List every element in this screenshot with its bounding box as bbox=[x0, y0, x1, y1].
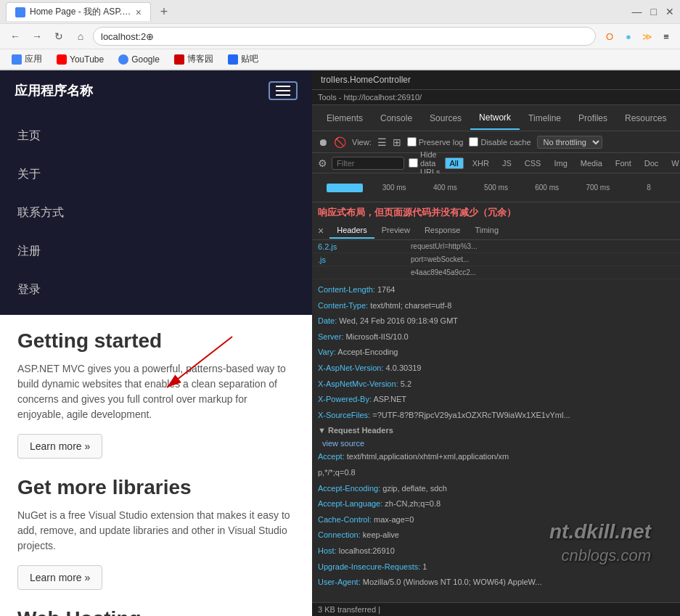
forward-button[interactable]: → bbox=[28, 27, 46, 46]
page-content: Getting started ASP.NET MVC gives you a … bbox=[0, 315, 312, 616]
disable-cache-label: Disable cache bbox=[469, 137, 531, 147]
tab-sources[interactable]: Sources bbox=[421, 107, 470, 129]
youtube-icon bbox=[57, 54, 67, 65]
response-headers-section: Content-Length: 1764 Content-Type: text/… bbox=[318, 282, 674, 423]
record-icon[interactable]: ⏺ bbox=[318, 136, 328, 148]
filter-media[interactable]: Media bbox=[576, 157, 607, 169]
main-area: 应用程序名称 主页 关于 联系方式 注册 登录 bbox=[0, 70, 680, 616]
source-files-row: X-SourceFiles: =?UTF-8?B?RjpcV29ya1xOZXR… bbox=[318, 408, 674, 424]
bookmark-youtube[interactable]: YouTube bbox=[51, 52, 110, 67]
tab-audits[interactable]: Audits bbox=[675, 107, 680, 129]
vary-row: Vary: Accept-Encoding bbox=[318, 345, 674, 361]
tab-timeline[interactable]: Timeline bbox=[520, 107, 570, 129]
tab-elements[interactable]: Elements bbox=[318, 107, 372, 129]
view-source-link[interactable]: view source bbox=[322, 439, 364, 448]
request-url-1: requestUrl=http%3... bbox=[411, 242, 477, 250]
preserve-log-checkbox[interactable] bbox=[407, 137, 417, 147]
filter-doc[interactable]: Doc bbox=[640, 157, 663, 169]
accept-language-row: Accept-Language: zh-CN,zh;q=0.8 bbox=[318, 496, 674, 512]
hamburger-button[interactable] bbox=[269, 81, 298, 100]
nav-item-register[interactable]: 注册 bbox=[0, 232, 312, 271]
filter-font[interactable]: Font bbox=[611, 157, 636, 169]
tab-favicon bbox=[15, 7, 25, 17]
hamburger-line1 bbox=[276, 86, 290, 87]
home-button[interactable]: ⌂ bbox=[71, 27, 90, 46]
tab-network[interactable]: Network bbox=[470, 107, 520, 130]
maximize-button[interactable]: □ bbox=[651, 6, 657, 17]
browser-tab[interactable]: Home Page - 我的 ASP.N... × bbox=[6, 2, 151, 21]
filter-icon[interactable]: ⚙ bbox=[318, 157, 327, 169]
detail-view-icon[interactable]: ⊞ bbox=[393, 136, 401, 148]
file-row-1[interactable]: 6.2.js requestUrl=http%3... bbox=[312, 240, 680, 253]
section-hosting: Web Hosting bbox=[17, 607, 295, 616]
learn-more-button-1[interactable]: Learn more » bbox=[17, 434, 102, 459]
site-navbar: 应用程序名称 bbox=[0, 70, 312, 111]
learn-more-button-2[interactable]: Learn more » bbox=[17, 565, 102, 590]
tab-resources[interactable]: Resources bbox=[616, 107, 675, 129]
bookmark-cnblogs-label: 博客园 bbox=[187, 53, 213, 65]
minimize-button[interactable]: — bbox=[632, 6, 642, 17]
libraries-heading: Get more libraries bbox=[17, 476, 295, 499]
bookmark-tieba[interactable]: 贴吧 bbox=[222, 52, 264, 67]
headers-panel: Content-Length: 1764 Content-Type: text/… bbox=[312, 279, 680, 602]
tab-profiles[interactable]: Profiles bbox=[570, 107, 616, 129]
devtools-tabs: Elements Console Sources Network Timelin… bbox=[312, 105, 680, 131]
response-header: × Headers Preview Response Timing bbox=[312, 222, 680, 240]
accept-row: Accept: text/html,application/xhtml+xml,… bbox=[318, 449, 674, 465]
devtools-url: Tools - http://localhost:26910/ bbox=[312, 90, 680, 105]
hide-data-urls-checkbox[interactable] bbox=[409, 158, 418, 168]
close-button[interactable]: ✕ bbox=[665, 6, 674, 17]
extension-icon2[interactable]: ≫ bbox=[639, 28, 655, 44]
extension-icon1[interactable]: ● bbox=[620, 28, 636, 44]
site-title: 应用程序名称 bbox=[15, 82, 93, 99]
file-list: 6.2.js requestUrl=http%3... .js port=web… bbox=[312, 240, 680, 279]
menu-icon[interactable]: ≡ bbox=[658, 28, 674, 44]
filter-xhr[interactable]: XHR bbox=[468, 157, 493, 169]
bookmark-youtube-label: YouTube bbox=[70, 54, 104, 65]
nav-item-login[interactable]: 登录 bbox=[0, 271, 312, 309]
subtab-timing[interactable]: Timing bbox=[467, 223, 506, 239]
throttle-select[interactable]: No throttling bbox=[537, 136, 602, 149]
filter-img[interactable]: Img bbox=[549, 157, 571, 169]
address-bar[interactable]: localhost:2⊕ bbox=[93, 27, 596, 46]
navigation-bar: ← → ↻ ⌂ localhost:2⊕ O ● ≫ ≡ bbox=[0, 23, 680, 49]
browser-chrome: Home Page - 我的 ASP.N... × + — □ ✕ ← → ↻ … bbox=[0, 0, 680, 70]
nav-item-contact[interactable]: 联系方式 bbox=[0, 194, 312, 232]
disable-cache-checkbox[interactable] bbox=[469, 137, 478, 147]
tab-close-button[interactable]: × bbox=[136, 7, 142, 18]
file-name-2: .js bbox=[318, 255, 405, 264]
back-button[interactable]: ← bbox=[6, 27, 25, 46]
file-row-3[interactable]: e4aac89e45a9cc2... bbox=[312, 266, 680, 279]
nav-icons: O ● ≫ ≡ bbox=[602, 28, 674, 44]
close-button[interactable]: × bbox=[312, 222, 329, 239]
file-row-2[interactable]: .js port=webSocket... bbox=[312, 253, 680, 266]
bookmark-apps[interactable]: 应用 bbox=[6, 52, 48, 67]
list-view-icon[interactable]: ☰ bbox=[377, 136, 387, 148]
user-agent-row: User-Agent: Mozilla/5.0 (Windows NT 10.0… bbox=[318, 575, 674, 591]
filter-input[interactable] bbox=[332, 157, 404, 170]
opera-icon[interactable]: O bbox=[602, 28, 618, 44]
webpage-panel: 应用程序名称 主页 关于 联系方式 注册 登录 bbox=[0, 70, 312, 616]
subtab-headers[interactable]: Headers bbox=[329, 223, 374, 239]
tab-title: Home Page - 我的 ASP.N... bbox=[30, 6, 131, 18]
subtab-response[interactable]: Response bbox=[417, 223, 468, 239]
bookmark-cnblogs[interactable]: 博客园 bbox=[168, 52, 219, 67]
filter-css[interactable]: CSS bbox=[520, 157, 546, 169]
nav-item-home[interactable]: 主页 bbox=[0, 117, 312, 155]
filter-ws[interactable]: W bbox=[667, 157, 680, 169]
hamburger-line2 bbox=[276, 90, 290, 91]
tab-console[interactable]: Console bbox=[372, 107, 421, 129]
subtab-preview[interactable]: Preview bbox=[374, 223, 417, 239]
timeline-marks: 200 ms 300 ms 400 ms 500 ms 600 ms 700 m… bbox=[312, 184, 680, 192]
clear-icon[interactable]: 🚫 bbox=[334, 136, 346, 148]
timeline-bar: 200 ms 300 ms 400 ms 500 ms 600 ms 700 m… bbox=[312, 173, 680, 202]
reload-button[interactable]: ↻ bbox=[49, 27, 68, 46]
bookmark-google[interactable]: Google bbox=[112, 52, 165, 67]
bookmark-tieba-label: 贴吧 bbox=[241, 53, 258, 65]
nav-item-about[interactable]: 关于 bbox=[0, 155, 312, 194]
filter-all-button[interactable]: All bbox=[445, 157, 464, 169]
filter-js[interactable]: JS bbox=[498, 157, 516, 169]
annotation-text: 响应式布局，但页面源代码并没有减少（冗余） bbox=[318, 207, 516, 218]
new-tab-button[interactable]: + bbox=[154, 1, 174, 22]
accept-cont-row: p,*/*;q=0.8 bbox=[318, 465, 674, 481]
